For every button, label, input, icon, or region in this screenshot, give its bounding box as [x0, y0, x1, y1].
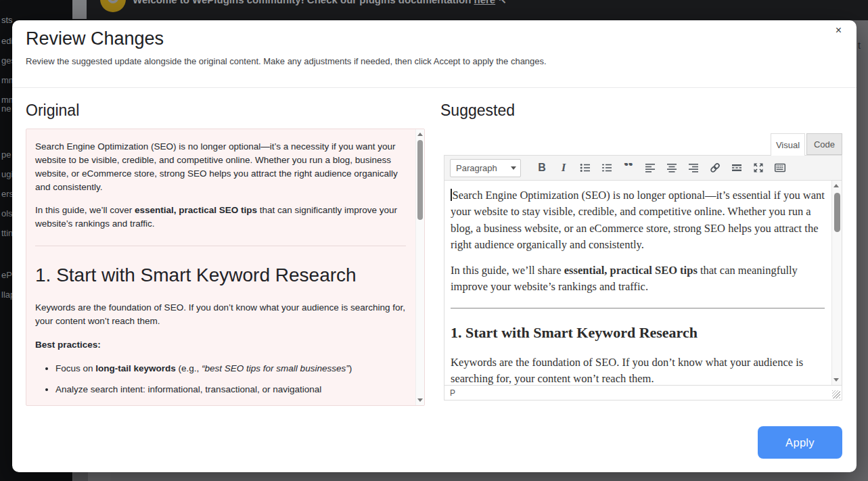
- cursor-arrow-icon: ↖: [498, 0, 507, 5]
- text-run: (e.g.,: [176, 363, 202, 373]
- sidebar-menu-item[interactable]: ne: [1, 104, 11, 114]
- text-run: Search Engine Optimization (SEO) is no l…: [35, 141, 398, 192]
- paragraph: Search Engine Optimization (SEO) is no l…: [35, 140, 406, 193]
- sidebar-menu-item[interactable]: ols: [1, 208, 13, 219]
- content-divider: [451, 308, 825, 308]
- content-divider: [35, 246, 406, 246]
- fullscreen-icon[interactable]: [750, 159, 767, 177]
- modal-subtitle: Review the suggested update alongside th…: [26, 56, 547, 66]
- close-icon[interactable]: ×: [836, 25, 842, 36]
- text-run-bold: Best practices:: [35, 340, 101, 350]
- editor-status-bar: P: [444, 385, 842, 400]
- paragraph: In this guide, we’ll cover essential, pr…: [35, 204, 406, 231]
- sidebar-menu-item[interactable]: sts: [1, 15, 13, 25]
- bold-icon[interactable]: B: [533, 159, 551, 177]
- background-segment: [73, 472, 88, 481]
- text-run-bold: essential, practical SEO tips: [135, 205, 257, 215]
- text-run: Keywords are the foundation of SEO. If y…: [35, 302, 405, 326]
- link-icon[interactable]: [706, 159, 724, 177]
- admin-notice-bar: Welcome to WePlugins community! Check ou…: [72, 0, 868, 20]
- toolbar-toggle-icon[interactable]: [771, 159, 789, 177]
- align-right-icon[interactable]: [685, 159, 702, 177]
- background-segment: [88, 472, 110, 481]
- format-dropdown-value: Paragraph: [456, 163, 497, 173]
- text-run: Analyze search intent: informational, tr…: [55, 384, 321, 394]
- scrollbar-thumb[interactable]: [834, 193, 840, 232]
- text-run: Keywords are the foundation of SEO. If y…: [451, 356, 803, 385]
- section-heading: 1. Start with Smart Keyword Research: [451, 322, 825, 344]
- tab-visual[interactable]: Visual: [771, 133, 805, 156]
- chevron-down-icon: [511, 166, 516, 170]
- original-scrollbar[interactable]: [415, 129, 424, 405]
- paragraph: Keywords are the foundation of SEO. If y…: [35, 301, 406, 328]
- align-center-icon[interactable]: [663, 159, 681, 177]
- numbered-list-icon[interactable]: [598, 159, 616, 177]
- paragraph: Keywords are the foundation of SEO. If y…: [451, 354, 825, 385]
- italic-glyph: I: [562, 161, 566, 175]
- notice-text: Welcome to WePlugins community! Check ou…: [133, 0, 507, 6]
- list-item: Analyze search intent: informational, tr…: [55, 383, 406, 396]
- align-left-icon[interactable]: [641, 159, 659, 177]
- apply-button[interactable]: Apply: [758, 426, 842, 459]
- text-run-bold: essential, practical SEO tips: [564, 264, 698, 277]
- text-run: In this guide, we’ll cover: [35, 205, 135, 215]
- text-run: Focus on: [55, 363, 95, 373]
- element-path: P: [450, 388, 455, 398]
- paragraph: Search Engine Optimization (SEO) is no l…: [451, 187, 825, 253]
- resize-grip[interactable]: [832, 390, 840, 398]
- scrollbar-thumb[interactable]: [417, 140, 423, 220]
- sidebar-menu-item[interactable]: pe: [1, 150, 11, 160]
- editor-scrollbar[interactable]: [831, 181, 842, 385]
- blockquote-icon[interactable]: “: [620, 159, 637, 177]
- original-content-text: Search Engine Optimization (SEO) is no l…: [26, 129, 415, 405]
- more-tag-icon[interactable]: [728, 159, 746, 177]
- scroll-down-icon[interactable]: [417, 398, 423, 402]
- bold-glyph: B: [538, 162, 546, 174]
- paragraph-format-dropdown[interactable]: Paragraph: [450, 159, 521, 177]
- text-cursor: [451, 189, 452, 201]
- text-run: In this guide, we’ll share: [451, 264, 564, 277]
- tab-code[interactable]: Code: [806, 133, 842, 155]
- bulleted-list-icon[interactable]: [576, 159, 594, 177]
- scroll-up-icon[interactable]: [417, 133, 423, 136]
- list-item: Focus on long-tail keywords (e.g., “best…: [55, 362, 406, 375]
- header-divider: [12, 87, 856, 88]
- text-run: Search Engine Optimization (SEO) is no l…: [451, 189, 825, 251]
- text-run-bold: long-tail keywords: [95, 363, 176, 373]
- editor-toolbar: Paragraph B I “: [444, 156, 842, 181]
- sidebar-menu-item[interactable]: ttin: [1, 228, 13, 238]
- sidebar-menu-item[interactable]: ugi: [1, 169, 13, 179]
- notice-badge-icon: [100, 0, 126, 12]
- page-background: sts edia ges mm mm ne pe ugi ers ols tti…: [0, 0, 868, 481]
- review-changes-modal: × Review Changes Review the suggested up…: [12, 20, 856, 472]
- original-content-panel: Search Engine Optimization (SEO) is no l…: [26, 129, 425, 406]
- original-heading: Original: [26, 101, 79, 120]
- text-run: ): [349, 363, 352, 373]
- paragraph: Best practices:: [35, 338, 406, 352]
- italic-icon[interactable]: I: [555, 159, 572, 177]
- section-heading: 1. Start with Smart Keyword Research: [35, 261, 406, 289]
- notice-text-fragment: Welcome to WePlugins community! Check ou…: [133, 0, 474, 5]
- scroll-up-icon[interactable]: [833, 184, 839, 187]
- background-text-fragment: t: [858, 40, 861, 51]
- suggested-heading: Suggested: [440, 101, 515, 120]
- notice-here-link[interactable]: here: [474, 0, 496, 5]
- text-run-italic: “best SEO tips for small businesses”: [202, 363, 349, 373]
- modal-title: Review Changes: [26, 28, 164, 49]
- scroll-down-icon[interactable]: [833, 378, 839, 382]
- paragraph: In this guide, we’ll share essential, pr…: [451, 262, 825, 296]
- quote-glyph: “: [624, 163, 634, 173]
- bullet-list: Focus on long-tail keywords (e.g., “best…: [35, 362, 406, 396]
- suggested-editor: Paragraph B I “: [444, 155, 842, 400]
- editor-content[interactable]: Search Engine Optimization (SEO) is no l…: [444, 181, 831, 385]
- topbar-block: [72, 0, 87, 19]
